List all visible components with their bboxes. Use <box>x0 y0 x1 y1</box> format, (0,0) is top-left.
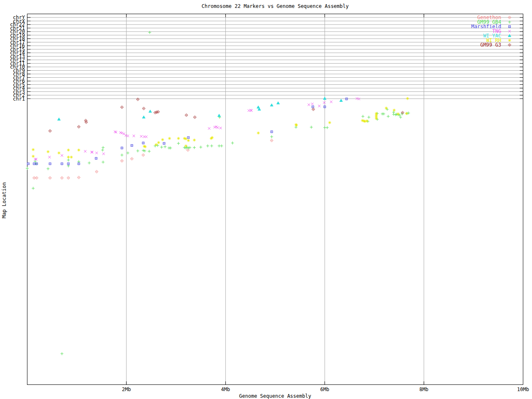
series-points-gm99-gb4 <box>26 31 410 355</box>
series-points-tng <box>34 97 360 160</box>
legend-marker-marshfield <box>509 26 511 28</box>
x-tick-label-6Mb: 6Mb <box>320 387 329 392</box>
legend-marker-tng <box>508 30 511 32</box>
x-tick-label-10Mb: 10Mb <box>517 387 529 392</box>
series-points-wi-yac <box>57 97 342 121</box>
legend-label-gm99-g3: GM99 G3 <box>480 42 501 48</box>
y-axis-title: Map Location <box>1 182 7 219</box>
legend-marker-wi-yac <box>508 34 511 37</box>
chart-title: Chromosome 22 Markers vs Genome Sequence… <box>202 3 349 9</box>
series-points-marshfield <box>27 98 347 165</box>
y-tick-label-chr1: chr1 <box>13 96 25 102</box>
x-tick-label-8Mb: 8Mb <box>419 387 429 392</box>
series-points-gm99-g3 <box>49 98 404 133</box>
series-points-genethon <box>33 139 273 180</box>
chart-page: chrYchrXchr22chr21chr20chr19chr18chr17ch… <box>0 0 532 399</box>
x-tick-label-4Mb: 4Mb <box>221 387 230 392</box>
x-tick-label-2Mb: 2Mb <box>122 387 131 392</box>
legend-marker-wi-rh <box>508 39 511 42</box>
chart-canvas: chrYchrXchr22chr21chr20chr19chr18chr17ch… <box>0 0 532 399</box>
plot-border <box>27 14 523 385</box>
x-axis-title: Genome Sequence Assembly <box>239 393 311 399</box>
